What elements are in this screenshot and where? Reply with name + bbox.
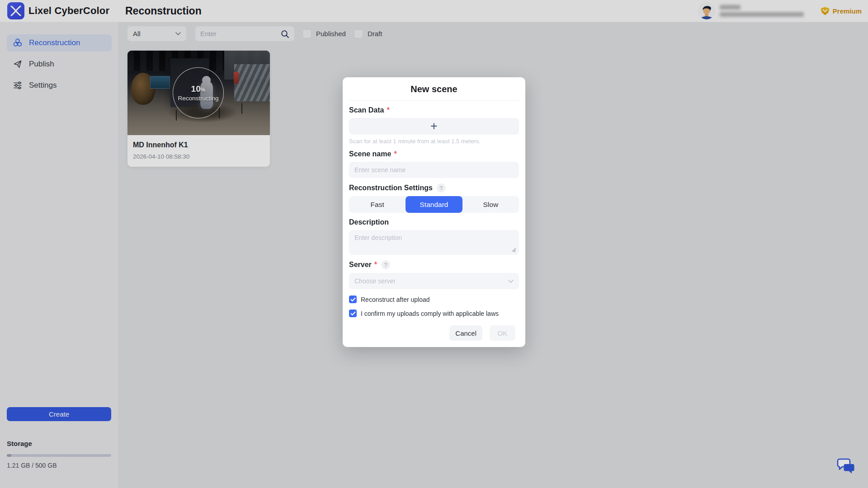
modal-actions: Cancel OK xyxy=(349,325,519,341)
modal-title: New scene xyxy=(349,77,519,100)
scan-data-hint: Scan for at least 1 minute from at least… xyxy=(349,138,519,145)
checkbox-confirm-laws[interactable]: I confirm my uploads comply with applica… xyxy=(349,310,519,317)
server-select[interactable]: Choose server xyxy=(349,273,519,289)
modal-divider xyxy=(349,100,519,101)
description-textarea[interactable] xyxy=(349,230,519,255)
segment-slow[interactable]: Slow xyxy=(462,196,519,213)
chevron-down-icon xyxy=(508,280,514,283)
segment-standard[interactable]: Standard xyxy=(406,196,462,213)
reconstruction-settings-label: Reconstruction Settings ? xyxy=(349,183,519,192)
scan-data-label: Scan Data* xyxy=(349,106,519,114)
checkbox-label: Reconstruct after upload xyxy=(361,296,430,303)
plus-icon: + xyxy=(430,120,438,132)
help-icon[interactable]: ? xyxy=(381,260,390,269)
ok-button[interactable]: OK xyxy=(490,325,515,341)
scene-name-label: Scene name* xyxy=(349,150,519,158)
scene-name-input[interactable] xyxy=(349,162,519,178)
checkbox-label: I confirm my uploads comply with applica… xyxy=(361,310,499,317)
help-icon[interactable]: ? xyxy=(437,183,446,192)
scan-data-upload[interactable]: + xyxy=(349,118,519,135)
new-scene-modal: New scene Scan Data* + Scan for at least… xyxy=(343,77,525,347)
checkbox-checked-icon xyxy=(349,296,357,303)
segment-fast[interactable]: Fast xyxy=(349,196,406,213)
required-mark: * xyxy=(374,261,377,269)
description-label: Description xyxy=(349,218,519,226)
checkbox-reconstruct-after-upload[interactable]: Reconstruct after upload xyxy=(349,296,519,303)
checkbox-checked-icon xyxy=(349,310,357,317)
required-mark: * xyxy=(387,106,389,114)
description-field xyxy=(349,230,519,255)
reconstruction-settings-segmented: Fast Standard Slow xyxy=(349,196,519,213)
cancel-button[interactable]: Cancel xyxy=(449,325,482,341)
required-mark: * xyxy=(394,150,396,158)
server-select-placeholder: Choose server xyxy=(354,277,396,285)
server-label: Server* ? xyxy=(349,260,519,269)
